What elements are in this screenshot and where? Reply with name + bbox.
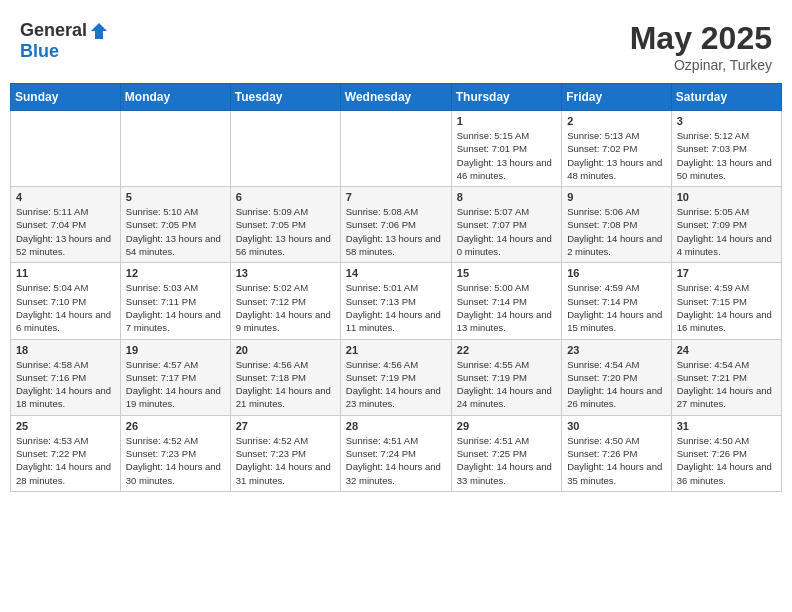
logo-general: General: [20, 20, 87, 41]
cell-date-number: 12: [126, 267, 225, 279]
calendar-cell: 8Sunrise: 5:07 AMSunset: 7:07 PMDaylight…: [451, 187, 561, 263]
cell-info: Sunrise: 5:01 AMSunset: 7:13 PMDaylight:…: [346, 281, 446, 334]
cell-date-number: 11: [16, 267, 115, 279]
calendar-cell: [230, 111, 340, 187]
cell-info: Sunrise: 5:08 AMSunset: 7:06 PMDaylight:…: [346, 205, 446, 258]
cell-date-number: 27: [236, 420, 335, 432]
day-header-saturday: Saturday: [671, 84, 781, 111]
cell-info: Sunrise: 5:04 AMSunset: 7:10 PMDaylight:…: [16, 281, 115, 334]
calendar-week-row: 1Sunrise: 5:15 AMSunset: 7:01 PMDaylight…: [11, 111, 782, 187]
title-block: May 2025 Ozpinar, Turkey: [630, 20, 772, 73]
calendar-cell: 14Sunrise: 5:01 AMSunset: 7:13 PMDayligh…: [340, 263, 451, 339]
cell-info: Sunrise: 4:52 AMSunset: 7:23 PMDaylight:…: [126, 434, 225, 487]
cell-date-number: 20: [236, 344, 335, 356]
calendar-week-row: 11Sunrise: 5:04 AMSunset: 7:10 PMDayligh…: [11, 263, 782, 339]
cell-date-number: 21: [346, 344, 446, 356]
cell-info: Sunrise: 4:54 AMSunset: 7:20 PMDaylight:…: [567, 358, 666, 411]
cell-info: Sunrise: 4:51 AMSunset: 7:24 PMDaylight:…: [346, 434, 446, 487]
logo: General Blue: [20, 20, 109, 62]
calendar-cell: 16Sunrise: 4:59 AMSunset: 7:14 PMDayligh…: [562, 263, 672, 339]
cell-info: Sunrise: 4:55 AMSunset: 7:19 PMDaylight:…: [457, 358, 556, 411]
calendar-cell: 1Sunrise: 5:15 AMSunset: 7:01 PMDaylight…: [451, 111, 561, 187]
cell-info: Sunrise: 4:56 AMSunset: 7:19 PMDaylight:…: [346, 358, 446, 411]
cell-date-number: 14: [346, 267, 446, 279]
cell-info: Sunrise: 4:58 AMSunset: 7:16 PMDaylight:…: [16, 358, 115, 411]
calendar-title: May 2025: [630, 20, 772, 57]
cell-info: Sunrise: 4:52 AMSunset: 7:23 PMDaylight:…: [236, 434, 335, 487]
cell-date-number: 31: [677, 420, 776, 432]
calendar-cell: [340, 111, 451, 187]
calendar-cell: 18Sunrise: 4:58 AMSunset: 7:16 PMDayligh…: [11, 339, 121, 415]
cell-info: Sunrise: 4:56 AMSunset: 7:18 PMDaylight:…: [236, 358, 335, 411]
cell-date-number: 30: [567, 420, 666, 432]
cell-date-number: 7: [346, 191, 446, 203]
calendar-cell: 29Sunrise: 4:51 AMSunset: 7:25 PMDayligh…: [451, 415, 561, 491]
cell-info: Sunrise: 5:05 AMSunset: 7:09 PMDaylight:…: [677, 205, 776, 258]
calendar-cell: 4Sunrise: 5:11 AMSunset: 7:04 PMDaylight…: [11, 187, 121, 263]
calendar-cell: 27Sunrise: 4:52 AMSunset: 7:23 PMDayligh…: [230, 415, 340, 491]
calendar-cell: 10Sunrise: 5:05 AMSunset: 7:09 PMDayligh…: [671, 187, 781, 263]
cell-info: Sunrise: 4:53 AMSunset: 7:22 PMDaylight:…: [16, 434, 115, 487]
calendar-cell: [120, 111, 230, 187]
cell-info: Sunrise: 5:15 AMSunset: 7:01 PMDaylight:…: [457, 129, 556, 182]
calendar-cell: 21Sunrise: 4:56 AMSunset: 7:19 PMDayligh…: [340, 339, 451, 415]
cell-info: Sunrise: 4:54 AMSunset: 7:21 PMDaylight:…: [677, 358, 776, 411]
calendar-cell: 2Sunrise: 5:13 AMSunset: 7:02 PMDaylight…: [562, 111, 672, 187]
cell-date-number: 1: [457, 115, 556, 127]
cell-date-number: 15: [457, 267, 556, 279]
calendar-cell: 13Sunrise: 5:02 AMSunset: 7:12 PMDayligh…: [230, 263, 340, 339]
cell-date-number: 29: [457, 420, 556, 432]
cell-date-number: 5: [126, 191, 225, 203]
calendar-cell: 9Sunrise: 5:06 AMSunset: 7:08 PMDaylight…: [562, 187, 672, 263]
calendar-cell: 26Sunrise: 4:52 AMSunset: 7:23 PMDayligh…: [120, 415, 230, 491]
cell-info: Sunrise: 5:06 AMSunset: 7:08 PMDaylight:…: [567, 205, 666, 258]
cell-info: Sunrise: 4:50 AMSunset: 7:26 PMDaylight:…: [567, 434, 666, 487]
day-header-friday: Friday: [562, 84, 672, 111]
logo-icon: [89, 21, 109, 41]
cell-info: Sunrise: 5:10 AMSunset: 7:05 PMDaylight:…: [126, 205, 225, 258]
calendar-table: SundayMondayTuesdayWednesdayThursdayFrid…: [10, 83, 782, 492]
calendar-week-row: 25Sunrise: 4:53 AMSunset: 7:22 PMDayligh…: [11, 415, 782, 491]
cell-date-number: 4: [16, 191, 115, 203]
calendar-cell: 25Sunrise: 4:53 AMSunset: 7:22 PMDayligh…: [11, 415, 121, 491]
calendar-cell: 7Sunrise: 5:08 AMSunset: 7:06 PMDaylight…: [340, 187, 451, 263]
day-header-tuesday: Tuesday: [230, 84, 340, 111]
cell-date-number: 13: [236, 267, 335, 279]
cell-date-number: 24: [677, 344, 776, 356]
calendar-header-row: SundayMondayTuesdayWednesdayThursdayFrid…: [11, 84, 782, 111]
cell-info: Sunrise: 5:12 AMSunset: 7:03 PMDaylight:…: [677, 129, 776, 182]
cell-date-number: 23: [567, 344, 666, 356]
calendar-cell: 30Sunrise: 4:50 AMSunset: 7:26 PMDayligh…: [562, 415, 672, 491]
calendar-cell: 12Sunrise: 5:03 AMSunset: 7:11 PMDayligh…: [120, 263, 230, 339]
cell-date-number: 26: [126, 420, 225, 432]
day-header-thursday: Thursday: [451, 84, 561, 111]
cell-date-number: 8: [457, 191, 556, 203]
calendar-cell: 11Sunrise: 5:04 AMSunset: 7:10 PMDayligh…: [11, 263, 121, 339]
cell-date-number: 9: [567, 191, 666, 203]
calendar-cell: 5Sunrise: 5:10 AMSunset: 7:05 PMDaylight…: [120, 187, 230, 263]
calendar-cell: 17Sunrise: 4:59 AMSunset: 7:15 PMDayligh…: [671, 263, 781, 339]
cell-info: Sunrise: 5:13 AMSunset: 7:02 PMDaylight:…: [567, 129, 666, 182]
calendar-cell: 19Sunrise: 4:57 AMSunset: 7:17 PMDayligh…: [120, 339, 230, 415]
calendar-cell: [11, 111, 121, 187]
calendar-cell: 23Sunrise: 4:54 AMSunset: 7:20 PMDayligh…: [562, 339, 672, 415]
calendar-cell: 3Sunrise: 5:12 AMSunset: 7:03 PMDaylight…: [671, 111, 781, 187]
cell-info: Sunrise: 5:00 AMSunset: 7:14 PMDaylight:…: [457, 281, 556, 334]
day-header-monday: Monday: [120, 84, 230, 111]
calendar-cell: 31Sunrise: 4:50 AMSunset: 7:26 PMDayligh…: [671, 415, 781, 491]
calendar-cell: 24Sunrise: 4:54 AMSunset: 7:21 PMDayligh…: [671, 339, 781, 415]
logo-blue: Blue: [20, 41, 59, 62]
cell-date-number: 19: [126, 344, 225, 356]
cell-info: Sunrise: 5:03 AMSunset: 7:11 PMDaylight:…: [126, 281, 225, 334]
cell-date-number: 6: [236, 191, 335, 203]
calendar-cell: 15Sunrise: 5:00 AMSunset: 7:14 PMDayligh…: [451, 263, 561, 339]
day-header-sunday: Sunday: [11, 84, 121, 111]
calendar-cell: 6Sunrise: 5:09 AMSunset: 7:05 PMDaylight…: [230, 187, 340, 263]
page-header: General Blue May 2025 Ozpinar, Turkey: [10, 10, 782, 78]
cell-date-number: 25: [16, 420, 115, 432]
cell-date-number: 28: [346, 420, 446, 432]
cell-date-number: 16: [567, 267, 666, 279]
calendar-cell: 22Sunrise: 4:55 AMSunset: 7:19 PMDayligh…: [451, 339, 561, 415]
cell-info: Sunrise: 4:51 AMSunset: 7:25 PMDaylight:…: [457, 434, 556, 487]
cell-info: Sunrise: 4:59 AMSunset: 7:14 PMDaylight:…: [567, 281, 666, 334]
